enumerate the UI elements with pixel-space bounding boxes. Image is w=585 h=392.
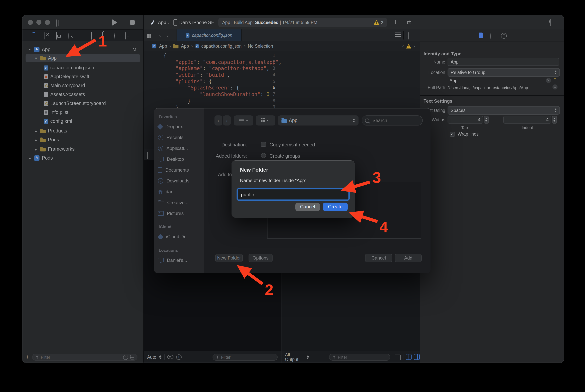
sheet-search-input[interactable] [372, 117, 419, 124]
tree-row-folder-frameworks[interactable]: ▸ Frameworks [25, 145, 140, 154]
test-navigator-icon[interactable] [91, 32, 96, 38]
toggle-inspector-icon[interactable] [550, 19, 551, 26]
tree-row-file[interactable]: config.xml [25, 117, 140, 126]
copy-items-checkbox[interactable] [261, 142, 266, 147]
wrap-lines-checkbox[interactable]: ✓ [450, 132, 455, 137]
folder-name-field[interactable] [238, 190, 348, 200]
breakpoint-navigator-icon[interactable] [114, 32, 120, 38]
sidebar-item-downloads[interactable]: ↓Downloads [158, 177, 202, 185]
dialog-create-button[interactable]: Create [323, 202, 348, 211]
tree-row-project-app[interactable]: ▾ App M [25, 45, 140, 54]
previous-issue-icon[interactable]: ‹ [402, 44, 404, 49]
recents-filter-icon[interactable] [123, 354, 128, 360]
warning-icon[interactable] [374, 20, 379, 25]
quicklook-eye-icon[interactable] [167, 355, 173, 359]
icon-view-button[interactable] [256, 116, 275, 126]
add-file-plus-icon[interactable]: + [25, 354, 29, 360]
issue-navigator-icon[interactable] [79, 32, 85, 38]
sidebar-item-creative[interactable]: Creative... [158, 199, 202, 206]
console-output-select[interactable]: All Output [285, 352, 305, 362]
tab-width-stepper[interactable] [484, 116, 489, 124]
tree-row-folder-app[interactable]: ▾ App [25, 54, 140, 62]
tree-row-file[interactable]: Main.storyboard [25, 81, 140, 90]
code-review-icon[interactable]: ⇄ [407, 19, 411, 25]
tree-row-file[interactable]: AppDelegate.swift [25, 72, 140, 81]
indent-using-dropdown[interactable]: Spaces [448, 106, 560, 115]
project-navigator-icon[interactable] [32, 32, 38, 38]
breadcrumb[interactable]: App [181, 44, 189, 48]
sheet-back-button[interactable]: ‹ [214, 116, 222, 126]
breadcrumb[interactable]: No Selection [248, 44, 273, 48]
sheet-cancel-button[interactable]: Cancel [365, 254, 392, 262]
source-control-navigator-icon[interactable] [44, 32, 50, 38]
report-navigator-icon[interactable] [125, 32, 131, 38]
folder-name-input[interactable] [238, 192, 348, 197]
list-view-button[interactable] [234, 116, 253, 126]
warning-count[interactable]: 2 [381, 20, 383, 25]
tree-row-file[interactable]: Assets.xcassets [25, 90, 140, 99]
location-popup[interactable]: App [278, 116, 359, 126]
forward-icon[interactable]: › [167, 32, 169, 38]
console-filter-field[interactable] [329, 354, 390, 360]
disclosure-icon[interactable]: ▸ [34, 147, 38, 151]
create-groups-radio[interactable] [261, 153, 266, 158]
info-icon[interactable]: i [176, 354, 181, 360]
related-items-grid-icon[interactable] [149, 32, 151, 38]
disclosure-icon[interactable]: ▸ [34, 138, 38, 142]
clear-console-trash-icon[interactable] [396, 355, 401, 360]
help-inspector-icon[interactable]: ? [501, 33, 507, 39]
run-button[interactable] [112, 19, 117, 26]
scm-filter-icon[interactable] [130, 355, 134, 360]
back-icon[interactable]: ‹ [159, 32, 161, 38]
tree-row-file[interactable]: Info.plist [25, 108, 140, 116]
next-issue-icon[interactable]: › [414, 44, 415, 49]
options-button[interactable]: Options [249, 254, 273, 262]
clear-group-x-icon[interactable]: ✕ [546, 78, 551, 83]
indent-width-field[interactable]: 4 [503, 116, 551, 124]
open-path-arrow-icon[interactable]: → [553, 84, 558, 90]
disclosure-icon[interactable]: ▾ [34, 56, 38, 60]
variables-filter-field[interactable] [213, 354, 278, 360]
variables-scope-select[interactable]: Auto [147, 354, 156, 359]
sidebar-item-dropbox[interactable]: Dropbox [158, 123, 202, 130]
jump-bar[interactable]: App › App › capacitor.config.json › No S… [144, 41, 420, 51]
disclosure-icon[interactable]: ▸ [34, 129, 38, 133]
warning-icon[interactable] [406, 44, 411, 48]
tree-row-folder-pods[interactable]: ▸ Pods [25, 136, 140, 144]
history-inspector-icon[interactable] [490, 32, 491, 40]
tree-row-file[interactable]: LaunchScreen.storyboard [25, 99, 140, 108]
stop-button[interactable] [130, 20, 135, 25]
disclosure-icon[interactable]: ▾ [28, 47, 32, 52]
navigator-filter-input[interactable] [41, 355, 121, 360]
find-navigator-icon[interactable] [68, 32, 73, 38]
breadcrumb[interactable]: capacitor.config.json [201, 44, 242, 48]
breadcrumb[interactable]: App [159, 44, 167, 48]
library-plus-icon[interactable]: + [393, 18, 397, 26]
zoom-window-button[interactable] [45, 20, 50, 25]
activity-viewer[interactable]: App | Build App: Succeeded | 1/4/21 at 5… [218, 18, 387, 27]
tab-capacitor-config-json[interactable]: capacitor.config.json [176, 30, 242, 41]
hide-console-pane-icon[interactable] [414, 354, 420, 360]
sidebar-item-recents[interactable]: Recents [158, 134, 202, 142]
disclosure-icon[interactable]: ▸ [28, 156, 32, 160]
dialog-cancel-button[interactable]: Cancel [295, 202, 320, 211]
toggle-navigator-icon[interactable] [56, 19, 56, 27]
variables-filter-input[interactable] [221, 354, 274, 359]
file-inspector-icon[interactable] [479, 32, 483, 38]
sidebar-item-pictures[interactable]: Pictures [158, 210, 202, 217]
sheet-search-field[interactable] [362, 116, 423, 126]
name-field[interactable]: App [448, 58, 559, 66]
tree-row-file[interactable]: capacitor.config.json [25, 64, 140, 72]
sheet-forward-button[interactable]: › [223, 116, 231, 126]
tree-row-folder-products[interactable]: ▸ Products [25, 127, 140, 135]
toggle-debug-area-icon[interactable] [147, 152, 148, 159]
console-filter-input[interactable] [338, 354, 387, 359]
scheme-name[interactable]: App [158, 20, 166, 25]
add-editor-icon[interactable] [409, 32, 409, 40]
run-destination[interactable]: Dan's iPhone SE [179, 20, 214, 25]
new-folder-button[interactable]: New Folder [215, 254, 243, 262]
line-list-icon[interactable] [395, 32, 401, 37]
close-window-button[interactable] [28, 20, 33, 25]
sidebar-item-home[interactable]: dan [158, 188, 202, 196]
sidebar-item-daniels-mac[interactable]: Daniel's... [158, 256, 202, 264]
